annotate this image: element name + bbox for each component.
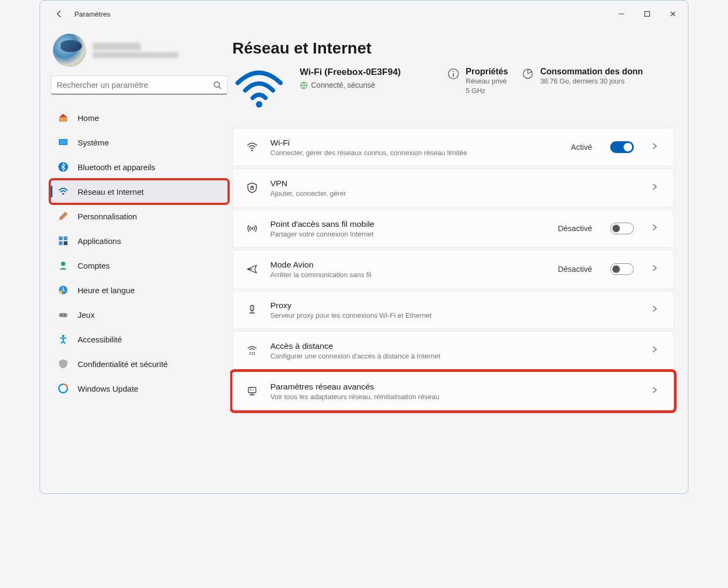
svg-point-14 [61, 315, 62, 316]
shield-icon [57, 358, 69, 370]
back-button[interactable] [49, 3, 70, 25]
sidebar-item-label: Windows Update [78, 384, 138, 393]
hero-properties-block[interactable]: Propriétés Réseau privé 5 GHz [448, 67, 508, 112]
window-controls [609, 3, 686, 25]
svg-rect-6 [59, 236, 63, 240]
page-title: Réseau et Internet [230, 39, 674, 57]
svg-rect-3 [59, 140, 67, 144]
card-title: Mode Avion [270, 260, 547, 270]
svg-point-29 [249, 352, 251, 353]
svg-point-34 [254, 354, 255, 355]
card-title: Proxy [270, 301, 640, 310]
card-sub: Partager votre connexion Internet [270, 230, 547, 238]
card-title: Paramètres réseau avancés [270, 382, 640, 392]
card-title: Point d'accès sans fil mobile [270, 219, 547, 229]
properties-line1: Réseau privé [466, 77, 508, 86]
wifi-toggle[interactable] [610, 141, 634, 153]
titlebar: Paramètres [40, 1, 688, 27]
sidebar-item-system[interactable]: Système [51, 131, 228, 154]
sidebar-item-label: Jeux [78, 310, 95, 319]
usage-sub: 38.76 Go, derniers 30 jours [540, 77, 643, 86]
minimize-button[interactable] [609, 3, 634, 25]
search-box[interactable] [51, 75, 228, 95]
svg-point-31 [254, 352, 255, 353]
network-hero: Wi-Fi (Freebox-0E3F94) Connecté, sécuris… [230, 67, 674, 112]
sidebar-item-label: Applications [78, 236, 121, 246]
info-icon [448, 68, 459, 80]
svg-point-21 [453, 71, 454, 72]
svg-rect-13 [59, 313, 67, 317]
usage-title: Consommation des donn [540, 67, 643, 77]
chevron-right-icon [651, 183, 662, 193]
hero-main-block[interactable]: Wi-Fi (Freebox-0E3F94) Connecté, sécuris… [300, 67, 434, 112]
sidebar-item-label: Comptes [78, 261, 110, 270]
close-button[interactable] [660, 3, 686, 25]
card-sub: Ajouter, connecter, gérer [270, 189, 640, 197]
sidebar-item-update[interactable]: Windows Update [51, 377, 228, 400]
sidebar-item-label: Personnalisation [78, 212, 137, 221]
svg-rect-24 [251, 187, 254, 189]
card-title: Wi-Fi [270, 138, 560, 148]
svg-point-5 [62, 193, 64, 195]
airplane-state: Désactivé [558, 265, 592, 273]
sidebar-item-home[interactable]: Home [51, 106, 228, 129]
svg-point-30 [252, 352, 253, 353]
wifi-icon [57, 186, 69, 197]
svg-rect-8 [59, 241, 63, 245]
card-airplane[interactable]: Mode Avion Arrêter la communication sans… [232, 250, 674, 288]
main-content: Réseau et Internet Wi-Fi (Freebox-0E3F94… [230, 27, 688, 493]
search-input[interactable] [57, 80, 213, 89]
card-sub: Configurer une connexion d'accès à dista… [270, 352, 640, 360]
wifi-icon [245, 141, 260, 154]
brush-icon [57, 210, 69, 222]
svg-point-25 [251, 227, 253, 230]
sidebar-item-accounts[interactable]: Comptes [51, 254, 228, 277]
svg-point-16 [62, 335, 64, 337]
svg-rect-26 [251, 306, 254, 310]
proxy-icon [245, 303, 260, 316]
sidebar-item-time[interactable]: Heure et langue [51, 279, 228, 301]
globe-icon [300, 81, 308, 89]
svg-point-18 [256, 101, 262, 108]
svg-point-15 [64, 315, 65, 316]
hotspot-toggle[interactable] [610, 223, 634, 234]
card-proxy[interactable]: Proxy Serveur proxy pour les connexions … [232, 291, 674, 329]
sidebar-item-bluetooth[interactable]: Bluetooth et appareils [51, 156, 228, 178]
airplane-icon [245, 263, 260, 276]
sidebar-item-gaming[interactable]: Jeux [51, 303, 228, 326]
sidebar-item-apps[interactable]: Applications [51, 230, 228, 252]
sidebar-item-accessibility[interactable]: Accessibilité [51, 328, 228, 350]
card-dialup[interactable]: Accès à distance Configurer une connexio… [232, 331, 674, 370]
sidebar-item-label: Système [78, 138, 109, 147]
user-icon [57, 259, 69, 271]
card-sub: Serveur proxy pour les connexions Wi-Fi … [270, 311, 640, 319]
maximize-button[interactable] [634, 3, 660, 25]
hotspot-state: Désactivé [558, 224, 592, 233]
chevron-right-icon [651, 264, 662, 274]
gamepad-icon [57, 309, 69, 320]
card-hotspot[interactable]: Point d'accès sans fil mobile Partager v… [232, 209, 674, 248]
nav-list: Home Système Bluetooth et appareils Rése… [51, 106, 230, 400]
profile-text [93, 41, 230, 60]
wifi-large-icon [232, 67, 286, 112]
svg-point-28 [252, 308, 253, 309]
hero-usage-block[interactable]: Consommation des donn 38.76 Go, derniers… [522, 67, 643, 112]
sidebar-item-personalization[interactable]: Personnalisation [51, 205, 228, 227]
sidebar-item-privacy[interactable]: Confidentialité et sécurité [51, 353, 228, 375]
card-sub: Connecter, gérer des réseaux connus, con… [270, 149, 560, 157]
advanced-icon [245, 385, 260, 398]
svg-point-33 [252, 354, 253, 355]
sidebar-item-network[interactable]: Réseau et Internet [51, 180, 228, 203]
profile-block[interactable] [51, 34, 230, 75]
system-icon [57, 136, 69, 148]
card-wifi[interactable]: Wi-Fi Connecter, gérer des réseaux connu… [232, 128, 674, 166]
svg-point-32 [249, 354, 251, 355]
dialup-icon [245, 344, 260, 357]
usage-icon [522, 68, 534, 80]
sidebar-item-label: Bluetooth et appareils [78, 163, 155, 172]
card-advanced-network[interactable]: Paramètres réseau avancés Voir tous les … [232, 372, 674, 410]
chevron-right-icon [651, 346, 662, 355]
sidebar-item-label: Heure et langue [78, 286, 135, 295]
airplane-toggle[interactable] [610, 263, 634, 275]
card-vpn[interactable]: VPN Ajouter, connecter, gérer [232, 169, 674, 207]
